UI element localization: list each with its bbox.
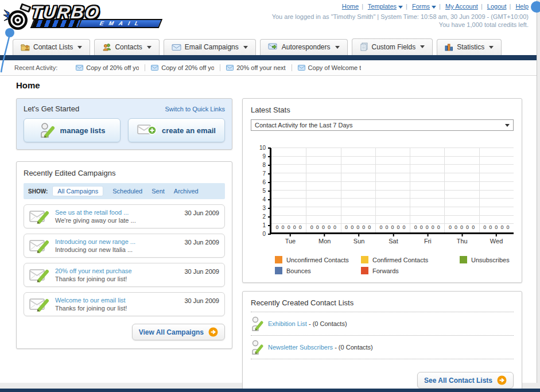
recent-activity-text: Copy of Welcome to [308,64,361,71]
switch-quick-links-link[interactable]: Switch to Quick Links [165,106,225,112]
filter-scheduled[interactable]: Scheduled [112,188,142,195]
y-tick-label: 9 [262,153,266,160]
view-all-campaigns-button[interactable]: View All Campaigns [132,324,225,340]
envelope-icon [172,44,181,51]
tab-label: Contact Lists [33,43,73,51]
create-email-button[interactable]: create an email [128,118,225,142]
envelope-pencil-icon [29,208,50,224]
bar-value-label: 0 [414,224,417,230]
contact-list-row[interactable]: Exhibition List - (0 Contacts) [251,312,514,336]
x-tick-label: Tue [285,234,296,244]
bar-value-label: 0 [506,224,509,230]
main-content: Home Let's Get Started Switch to Quick L… [0,76,537,392]
right-column: Latest Stats Contact Activity for the La… [242,98,522,392]
campaign-row[interactable]: Welcome to our email list Thanks for joi… [24,292,225,316]
top-link-templates[interactable]: Templates [368,3,397,10]
tab-statistics[interactable]: Statistics [437,39,502,55]
bar-value-label: 0 [288,224,290,230]
x-tick-mark [427,234,428,236]
contact-list-count: - (0 Contacts) [333,344,373,351]
tab-email-campaigns[interactable]: Email Campaigns [164,39,256,55]
bar-value-label: 0 [460,224,463,230]
campaign-title-link[interactable]: 20% off your next purchase [55,267,180,274]
bar-value-label: 0 [276,224,279,230]
recent-activity-item[interactable]: Copy of 20% off yo [145,64,220,71]
gridline [271,181,514,182]
see-all-contact-lists-button[interactable]: See All Contact Lists [417,372,514,389]
gridline [271,198,514,199]
campaign-row[interactable]: 20% off your next purchase Thanks for jo… [24,263,225,287]
tab-label: Contacts [115,43,142,51]
bar-value-label: 0 [495,224,498,230]
campaign-title-link[interactable]: Welcome to our email list [55,297,180,304]
chevron-down-icon [147,46,151,49]
person-pencil-icon [39,122,55,138]
recent-activity-item[interactable]: Copy of 20% off yo [70,64,145,71]
campaign-subtitle: Thanks for joining our list! [55,305,127,312]
campaign-title-link[interactable]: See us at the retail food ... [55,209,180,216]
gridline [444,148,445,232]
envelope-icon [151,65,158,71]
tab-contact-lists[interactable]: Contact Lists [13,39,90,55]
person-pencil-icon [251,340,263,355]
recent-activity-item[interactable]: Copy of Welcome to [292,64,367,71]
contact-lists-panel: Recently Created Contact Lists Exhibitio… [242,291,522,392]
bar-value-label: 0 [449,224,452,230]
filter-all-campaigns[interactable]: All Campaigns [52,186,103,196]
envelope-arrow-icon [268,43,278,51]
arrow-right-icon [208,327,218,337]
manage-lists-button[interactable]: manage lists [24,118,121,142]
legend-swatch-icon [460,256,467,263]
show-label: SHOW: [28,188,48,195]
legend-label: Unsubscribes [471,257,510,263]
x-tick-mark [290,234,291,236]
contact-list-row[interactable]: Newsletter Subscribers - (0 Contacts) [251,336,514,359]
logo-line2: EMAIL [77,19,162,28]
gridline [306,148,306,232]
campaign-row[interactable]: Introducing our new range ... Introducin… [24,234,225,258]
contact-list-link[interactable]: Newsletter Subscribers [268,344,333,351]
tab-autoresponders[interactable]: Autoresponders [260,39,348,55]
latest-stats-panel: Latest Stats Contact Activity for the La… [242,98,522,283]
campaign-subtitle: We're giving away our late ... [55,217,136,224]
stats-selected-option: Contact Activity for the Last 7 Days [255,122,353,129]
legend-label: Forwards [372,267,399,274]
y-tick-label: 8 [262,162,266,168]
stats-period-select[interactable]: Contact Activity for the Last 7 Days [251,119,514,131]
top-link-forms[interactable]: Forms [412,3,430,10]
tab-contacts[interactable]: Contacts [94,39,159,55]
gridline [271,156,514,157]
campaign-row[interactable]: See us at the retail food ... We're givi… [24,204,225,228]
bar-value-label: 0 [379,224,382,230]
top-link-logout[interactable]: Logout [487,3,507,10]
bar-chart-icon [445,43,453,51]
tab-label: Email Campaigns [185,43,239,51]
bar-value-label: 0 [345,224,348,230]
top-link-home[interactable]: Home [342,3,359,10]
envelope-plus-icon [137,123,157,137]
tab-custom-fields[interactable]: Custom Fields [352,38,433,55]
filter-archived[interactable]: Archived [174,188,199,195]
contact-list-link[interactable]: Exhibition List [268,320,307,327]
view-all-campaigns-label: View All Campaigns [139,328,204,336]
logo-band: EMAIL [30,19,162,28]
campaign-date: 30 Jun 2009 [184,296,219,304]
filter-sent[interactable]: Sent [151,188,165,195]
x-tick-label: Fri [424,234,432,244]
contact-lists-title: Recently Created Contact Lists [251,298,353,307]
bar-value-label: 0 [333,224,336,230]
bar-value-label: 0 [368,224,371,230]
y-tick-label: 1 [262,222,266,228]
recent-activity-item[interactable]: 20% off your next [220,64,292,71]
legend-item: Unsubscribes [460,256,514,263]
left-column: Let's Get Started Switch to Quick Links … [16,98,232,349]
legend-swatch-icon [275,267,282,274]
top-link-my-account[interactable]: My Account [445,3,478,10]
chart-y-labels: 012345678910 [251,148,271,234]
campaign-title-link[interactable]: Introducing our new range ... [55,238,180,245]
help-bubble-icon[interactable] [531,1,540,13]
bar-value-label: 0 [385,224,388,230]
legend-label: Bounces [286,267,311,274]
gridline [479,148,480,232]
top-link-help[interactable]: Help [515,3,529,10]
